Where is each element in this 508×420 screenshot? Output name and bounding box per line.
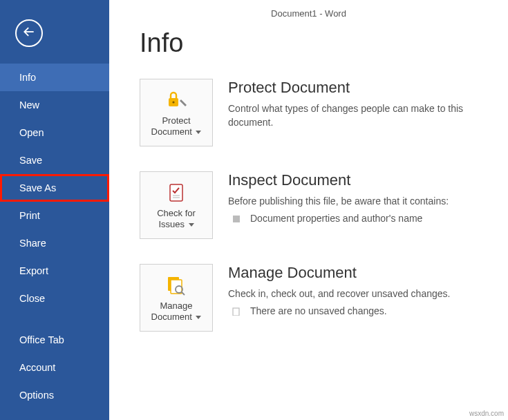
section-body: Inspect Document Before publishing this …	[228, 171, 480, 239]
bullet-row: There are no unsaved changes.	[232, 305, 480, 316]
nav-label: Options	[19, 390, 54, 401]
tile-label: Protect Document	[140, 115, 212, 138]
check-for-issues-button[interactable]: Check for Issues	[140, 171, 213, 239]
svg-point-2	[172, 101, 174, 103]
nav-open[interactable]: Open	[0, 119, 109, 146]
section-protect: Protect Document Protect Document Contro…	[140, 79, 480, 146]
svg-line-10	[182, 292, 185, 295]
bullet-row: Document properties and author's name	[232, 213, 480, 224]
bullet-text: Document properties and author's name	[250, 213, 422, 224]
nav-share[interactable]: Share	[0, 229, 109, 257]
section-heading: Manage Document	[228, 264, 480, 282]
manage-document-button[interactable]: Manage Document	[140, 264, 213, 332]
nav-export[interactable]: Export	[0, 257, 109, 285]
section-inspect: Check for Issues Inspect Document Before…	[140, 171, 480, 239]
nav-new[interactable]: New	[0, 91, 109, 119]
nav-account[interactable]: Account	[0, 354, 109, 381]
nav-label: New	[19, 99, 39, 111]
bullet-text: There are no unsaved changes.	[250, 305, 387, 316]
svg-rect-3	[170, 184, 182, 201]
info-content: Info Protect Document Protect Document C…	[109, 23, 508, 384]
nav-save-as[interactable]: Save As	[0, 174, 109, 202]
protect-document-button[interactable]: Protect Document	[140, 79, 213, 146]
nav-office-tab[interactable]: Office Tab	[0, 326, 109, 354]
page-title: Info	[140, 28, 480, 58]
nav-label: Close	[19, 293, 45, 304]
square-bullet-icon	[232, 214, 241, 222]
section-desc: Control what types of changes people can…	[228, 102, 480, 129]
section-heading: Protect Document	[228, 79, 480, 97]
checklist-icon	[166, 180, 187, 205]
tile-label: Manage Document	[140, 300, 212, 323]
nav-info[interactable]: Info	[0, 64, 109, 91]
nav-label: Share	[19, 238, 46, 249]
section-desc: Check in, check out, and recover unsaved…	[228, 287, 480, 301]
nav-label: Info	[19, 72, 36, 83]
lock-key-icon	[164, 88, 188, 113]
arrow-left-icon	[22, 25, 36, 41]
nav-label: Save As	[19, 182, 56, 193]
nav-save[interactable]: Save	[0, 146, 109, 174]
nav-label: Save	[19, 155, 42, 166]
nav-close[interactable]: Close	[0, 285, 109, 312]
watermark: wsxdn.com	[469, 410, 504, 417]
nav-label: Open	[19, 127, 44, 138]
section-manage: Manage Document Manage Document Check in…	[140, 264, 480, 332]
nav-label: Print	[19, 210, 40, 221]
svg-rect-11	[233, 308, 239, 316]
doc-small-icon	[232, 307, 241, 315]
chevron-down-icon	[196, 131, 201, 134]
tile-label: Check for Issues	[140, 208, 212, 231]
section-body: Manage Document Check in, check out, and…	[228, 264, 480, 332]
nav-print[interactable]: Print	[0, 202, 109, 229]
document-stack-icon	[165, 273, 187, 298]
nav-label: Office Tab	[19, 334, 64, 345]
chevron-down-icon	[196, 316, 201, 319]
back-button[interactable]	[15, 19, 43, 47]
nav-label: Account	[19, 362, 55, 373]
nav-options[interactable]: Options	[0, 381, 109, 409]
svg-rect-6	[233, 216, 240, 222]
section-heading: Inspect Document	[228, 171, 480, 189]
section-desc: Before publishing this file, be aware th…	[228, 195, 480, 209]
nav-separator	[0, 312, 109, 326]
backstage-sidebar: Info New Open Save Save As Print Share E…	[0, 0, 109, 420]
main-area: Document1 - Word Info Protect Document P…	[109, 0, 508, 420]
window-title: Document1 - Word	[109, 0, 508, 23]
section-body: Protect Document Control what types of c…	[228, 79, 480, 146]
nav-label: Export	[19, 265, 48, 276]
chevron-down-icon	[189, 223, 194, 227]
